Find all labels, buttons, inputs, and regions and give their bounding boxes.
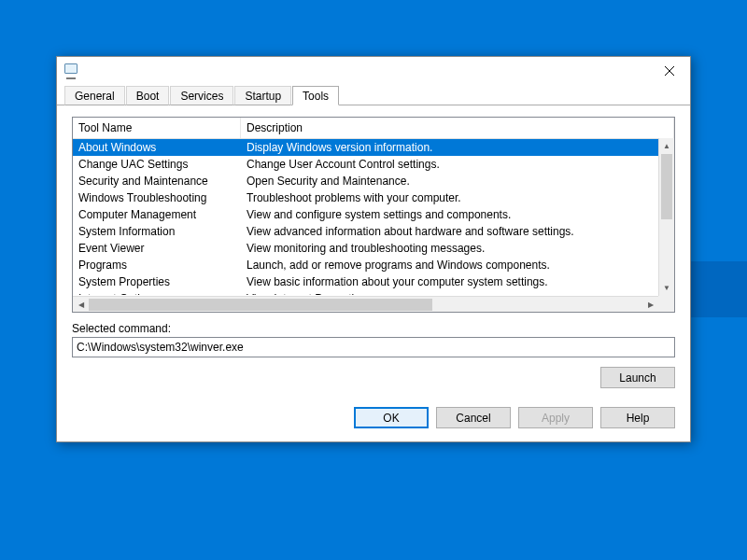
tab-services[interactable]: Services xyxy=(170,86,233,105)
tool-name-cell: System Properties xyxy=(73,273,241,290)
tools-list[interactable]: Tool Name Description About WindowsDispl… xyxy=(72,117,675,313)
tabstrip: GeneralBootServicesStartupTools xyxy=(57,85,690,105)
tool-name-cell: Windows Troubleshooting xyxy=(73,189,241,206)
scroll-corner xyxy=(658,296,674,312)
tab-startup[interactable]: Startup xyxy=(234,86,291,105)
table-row[interactable]: About WindowsDisplay Windows version inf… xyxy=(73,139,674,156)
scroll-right-icon[interactable]: ▶ xyxy=(642,297,658,312)
table-row[interactable]: Windows TroubleshootingTroubleshoot prob… xyxy=(73,189,674,206)
table-row[interactable]: Event ViewerView monitoring and troubles… xyxy=(73,240,674,257)
launch-button[interactable]: Launch xyxy=(600,367,675,388)
table-row[interactable]: Computer ManagementView and configure sy… xyxy=(73,206,674,223)
tool-desc-cell: View Internet Properties. xyxy=(241,290,674,295)
desktop-accent xyxy=(691,261,747,317)
close-button[interactable] xyxy=(648,57,690,85)
col-header-name[interactable]: Tool Name xyxy=(73,118,241,138)
tool-desc-cell: Troubleshoot problems with your computer… xyxy=(241,189,674,206)
table-row[interactable]: Security and MaintenanceOpen Security an… xyxy=(73,173,674,189)
tool-name-cell: Event Viewer xyxy=(73,240,241,257)
app-icon xyxy=(64,63,79,78)
table-row[interactable]: System PropertiesView basic information … xyxy=(73,273,674,290)
tool-name-cell: Security and Maintenance xyxy=(73,173,241,189)
dialog-button-bar: OK Cancel Apply Help xyxy=(57,399,690,441)
tool-name-cell: Programs xyxy=(73,257,241,273)
tool-desc-cell: Display Windows version information. xyxy=(241,139,674,156)
tool-name-cell: System Information xyxy=(73,223,241,240)
scroll-down-icon[interactable]: ▼ xyxy=(659,280,674,296)
cancel-button[interactable]: Cancel xyxy=(436,407,511,428)
table-row[interactable]: System InformationView advanced informat… xyxy=(73,223,674,240)
selected-command-label: Selected command: xyxy=(72,322,675,335)
tool-desc-cell: Change User Account Control settings. xyxy=(241,156,674,173)
tool-desc-cell: Open Security and Maintenance. xyxy=(241,173,674,189)
horizontal-scrollbar[interactable]: ◀ ▶ xyxy=(73,296,658,312)
tool-desc-cell: View monitoring and troubleshooting mess… xyxy=(241,240,674,257)
ok-button[interactable]: OK xyxy=(354,407,429,428)
vertical-scrollbar[interactable]: ▲ ▼ xyxy=(658,138,674,296)
table-row[interactable]: ProgramsLaunch, add or remove programs a… xyxy=(73,257,674,273)
tool-desc-cell: Launch, add or remove programs and Windo… xyxy=(241,257,674,273)
msconfig-dialog: GeneralBootServicesStartupTools Tool Nam… xyxy=(56,56,691,442)
scroll-left-icon[interactable]: ◀ xyxy=(73,297,89,312)
close-icon xyxy=(665,66,674,76)
list-header[interactable]: Tool Name Description xyxy=(73,118,674,139)
tool-desc-cell: View and configure system settings and c… xyxy=(241,206,674,223)
help-button[interactable]: Help xyxy=(600,407,675,428)
tab-tools[interactable]: Tools xyxy=(292,86,339,105)
table-row[interactable]: Change UAC SettingsChange User Account C… xyxy=(73,156,674,173)
selected-command-field[interactable] xyxy=(72,337,675,357)
tool-desc-cell: View advanced information about hardware… xyxy=(241,223,674,240)
scroll-up-icon[interactable]: ▲ xyxy=(659,138,674,154)
tool-name-cell: About Windows xyxy=(73,139,241,156)
table-row[interactable]: Internet OptionsView Internet Properties… xyxy=(73,290,674,295)
tool-name-cell: Internet Options xyxy=(73,290,241,295)
tab-tools-content: Tool Name Description About WindowsDispl… xyxy=(57,105,690,399)
titlebar[interactable] xyxy=(57,57,690,85)
tool-name-cell: Change UAC Settings xyxy=(73,156,241,173)
tab-general[interactable]: General xyxy=(64,86,125,105)
vscroll-thumb[interactable] xyxy=(661,154,672,219)
tool-name-cell: Computer Management xyxy=(73,206,241,223)
hscroll-thumb[interactable] xyxy=(89,299,432,311)
col-header-description[interactable]: Description xyxy=(241,118,674,138)
list-body[interactable]: About WindowsDisplay Windows version inf… xyxy=(73,139,674,295)
tab-boot[interactable]: Boot xyxy=(126,86,170,105)
tool-desc-cell: View basic information about your comput… xyxy=(241,273,674,290)
apply-button[interactable]: Apply xyxy=(518,407,593,428)
